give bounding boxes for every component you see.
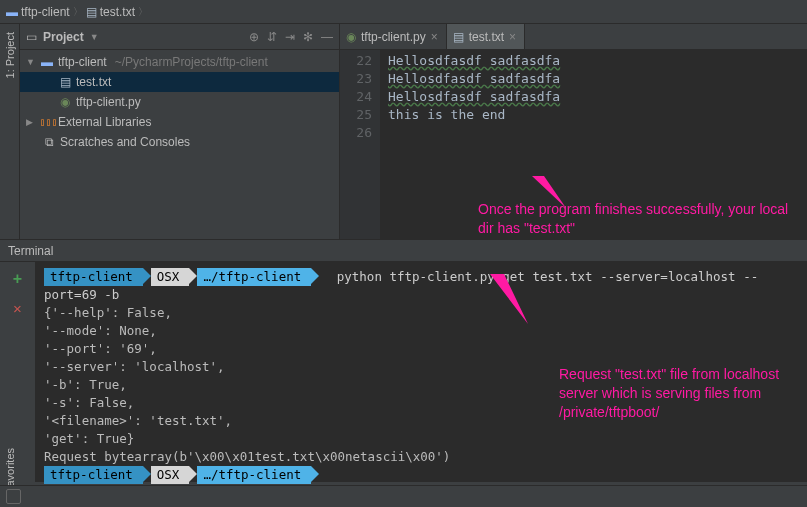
project-tree: ▼ ▬ tftp-client ~/PycharmProjects/tftp-c… [20,50,339,154]
breadcrumb-file[interactable]: ▤ test.txt [86,5,135,19]
chevron-down-icon[interactable]: ▼ [26,57,36,67]
annotation-text-1: Once the program finishes successfully, … [478,200,807,238]
folder-icon: ▬ [6,5,18,19]
line-number: 26 [340,124,372,142]
breadcrumb-root[interactable]: ▬ tftp-client [6,5,70,19]
prompt-seg-project: tftp-client [44,466,143,484]
tree-root-path: ~/PycharmProjects/tftp-client [115,55,268,69]
tab-test-txt[interactable]: ▤ test.txt × [447,24,525,49]
tree-file-tftp-client-py[interactable]: ◉ tftp-client.py [20,92,339,112]
close-icon[interactable]: × [509,30,516,44]
editor-tabs: ◉ tftp-client.py × ▤ test.txt × [340,24,807,50]
chevron-right-icon: 〉 [138,5,148,19]
breadcrumb-root-label: tftp-client [21,5,70,19]
chevron-right-icon[interactable]: ▶ [26,117,36,127]
library-icon: ⫾⫾⫾ [40,115,54,129]
tab-label: test.txt [469,30,504,44]
gear-icon[interactable]: ✻ [303,30,313,44]
target-icon[interactable]: ⊕ [249,30,259,44]
annotation-arrow [484,272,530,326]
project-toolbar: ⊕ ⇵ ⇥ ✻ — [249,30,333,44]
code-line: Hellosdfasdf sadfasdfa [388,70,807,88]
project-pane-title[interactable]: Project [43,30,84,44]
line-number: 24 [340,88,372,106]
close-icon[interactable]: × [431,30,438,44]
project-pane-header: ▭ Project ▼ ⊕ ⇵ ⇥ ✻ — [20,24,339,50]
tree-scratches-label: Scratches and Consoles [60,135,190,149]
collapse-icon[interactable]: ⇥ [285,30,295,44]
prompt-seg-os: OSX [151,268,190,286]
annotation-text-2: Request "test.txt" file from localhost s… [559,365,789,422]
line-number: 22 [340,52,372,70]
status-square-icon[interactable] [6,489,21,504]
line-number: 23 [340,70,372,88]
prompt-seg-project: tftp-client [44,268,143,286]
new-session-icon[interactable]: + [13,270,22,288]
project-pane: ▭ Project ▼ ⊕ ⇵ ⇥ ✻ — ▼ ▬ tftp-client ~/… [20,24,340,239]
python-file-icon: ◉ [58,95,72,109]
text-file-icon: ▤ [86,5,97,19]
tree-file-test-txt[interactable]: ▤ test.txt [20,72,339,92]
python-file-icon: ◉ [346,30,356,44]
terminal-line: Request bytearray(b'\x00\x01test.txt\x00… [44,448,799,466]
tree-file-label: test.txt [76,75,111,89]
editor-pane: ◉ tftp-client.py × ▤ test.txt × 22 23 24… [340,24,807,239]
terminal-pane: + × tftp-clientOSX…/tftp-client python t… [0,262,807,482]
tab-label: tftp-client.py [361,30,426,44]
tree-scratches[interactable]: ⧉ Scratches and Consoles [20,132,339,152]
prompt-seg-os: OSX [151,466,190,484]
editor-gutter: 22 23 24 25 26 [340,50,380,239]
terminal-header[interactable]: Terminal [0,240,807,262]
line-number: 25 [340,106,372,124]
text-file-icon: ▤ [453,30,464,44]
prompt-seg-path: …/tftp-client [197,268,311,286]
tree-external-libraries[interactable]: ▶ ⫾⫾⫾ External Libraries [20,112,339,132]
tab-tftp-client-py[interactable]: ◉ tftp-client.py × [340,24,447,49]
folder-icon: ▭ [26,30,37,44]
status-bar [0,485,807,507]
code-line: Hellosdfasdf sadfasdfa [388,88,807,106]
terminal-line: '--mode': None, [44,322,799,340]
folder-icon: ▬ [40,55,54,69]
editor-code[interactable]: Hellosdfasdf sadfasdfa Hellosdfasdf sadf… [380,50,807,239]
hide-icon[interactable]: — [321,30,333,44]
code-line: this is the end [388,106,807,124]
close-session-icon[interactable]: × [13,300,22,317]
breadcrumb: ▬ tftp-client 〉 ▤ test.txt 〉 [0,0,807,24]
terminal-line: '--port': '69', [44,340,799,358]
breadcrumb-file-label: test.txt [100,5,135,19]
code-line: Hellosdfasdf sadfasdfa [388,52,807,70]
left-tool-strip: 1: Project [0,24,20,239]
prompt-seg-path: …/tftp-client [197,466,311,484]
terminal-line: {'--help': False, [44,304,799,322]
terminal-label: Terminal [8,244,53,258]
tree-root[interactable]: ▼ ▬ tftp-client ~/PycharmProjects/tftp-c… [20,52,339,72]
sort-icon[interactable]: ⇵ [267,30,277,44]
sidebar-tab-project[interactable]: 1: Project [4,32,16,78]
terminal-output[interactable]: tftp-clientOSX…/tftp-client python tftp-… [36,262,807,482]
tree-ext-label: External Libraries [58,115,151,129]
scratches-icon: ⧉ [42,135,56,149]
tree-file-label: tftp-client.py [76,95,141,109]
editor-body[interactable]: 22 23 24 25 26 Hellosdfasdf sadfasdfa He… [340,50,807,239]
chevron-down-icon[interactable]: ▼ [90,32,99,42]
text-file-icon: ▤ [58,75,72,89]
tree-root-label: tftp-client [58,55,107,69]
chevron-right-icon: 〉 [73,5,83,19]
terminal-line: 'get': True} [44,430,799,448]
